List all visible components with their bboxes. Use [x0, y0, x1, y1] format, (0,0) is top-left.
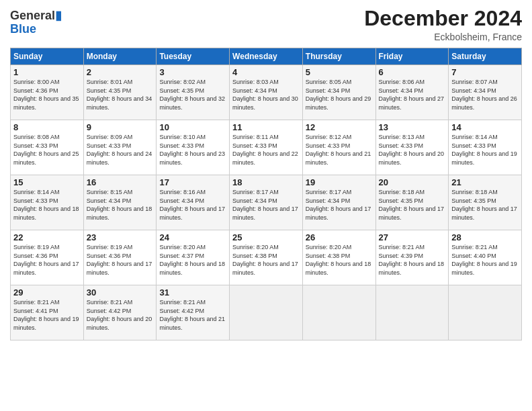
calendar-cell	[449, 285, 522, 340]
day-number: 9	[87, 122, 154, 132]
calendar-cell: 26Sunrise: 8:20 AMSunset: 4:38 PMDayligh…	[302, 230, 375, 285]
calendar-cell: 25Sunrise: 8:20 AMSunset: 4:38 PMDayligh…	[230, 230, 303, 285]
calendar-row: 8Sunrise: 8:08 AMSunset: 4:33 PMDaylight…	[11, 120, 522, 175]
day-detail: Sunrise: 8:01 AMSunset: 4:35 PMDaylight:…	[87, 79, 152, 111]
day-number: 16	[87, 177, 154, 187]
day-number: 22	[13, 232, 81, 242]
calendar-cell	[375, 285, 449, 340]
title-area: December 2024 Eckbolsheim, France	[364, 7, 522, 42]
day-detail: Sunrise: 8:21 AMSunset: 4:42 PMDaylight:…	[87, 299, 152, 331]
logo-blue-text: Blue	[10, 22, 36, 36]
day-detail: Sunrise: 8:21 AMSunset: 4:41 PMDaylight:…	[13, 299, 79, 331]
col-friday: Friday	[375, 48, 449, 65]
day-number: 11	[232, 122, 300, 132]
calendar-cell	[302, 285, 375, 340]
day-number: 1	[13, 67, 81, 77]
calendar-cell: 24Sunrise: 8:20 AMSunset: 4:37 PMDayligh…	[157, 230, 230, 285]
calendar-cell: 19Sunrise: 8:17 AMSunset: 4:34 PMDayligh…	[302, 175, 375, 230]
day-detail: Sunrise: 8:00 AMSunset: 4:36 PMDaylight:…	[13, 79, 79, 111]
day-detail: Sunrise: 8:21 AMSunset: 4:42 PMDaylight:…	[159, 299, 225, 331]
day-number: 7	[451, 67, 519, 77]
day-number: 8	[13, 122, 81, 132]
col-monday: Monday	[83, 48, 157, 65]
day-number: 29	[13, 287, 81, 298]
calendar-cell: 21Sunrise: 8:18 AMSunset: 4:35 PMDayligh…	[449, 175, 522, 230]
col-sunday: Sunday	[11, 48, 84, 65]
day-number: 10	[159, 122, 226, 132]
location: Eckbolsheim, France	[364, 32, 522, 42]
day-detail: Sunrise: 8:19 AMSunset: 4:36 PMDaylight:…	[87, 244, 152, 276]
day-detail: Sunrise: 8:15 AMSunset: 4:34 PMDaylight:…	[87, 189, 152, 221]
day-detail: Sunrise: 8:14 AMSunset: 4:33 PMDaylight:…	[451, 134, 517, 166]
day-detail: Sunrise: 8:08 AMSunset: 4:33 PMDaylight:…	[13, 134, 79, 166]
day-detail: Sunrise: 8:12 AMSunset: 4:33 PMDaylight:…	[306, 134, 371, 166]
calendar-table: Sunday Monday Tuesday Wednesday Thursday…	[10, 48, 522, 340]
calendar-cell: 20Sunrise: 8:18 AMSunset: 4:35 PMDayligh…	[375, 175, 449, 230]
day-number: 24	[159, 232, 226, 242]
calendar-cell: 30Sunrise: 8:21 AMSunset: 4:42 PMDayligh…	[83, 285, 157, 340]
day-number: 2	[87, 67, 154, 77]
day-detail: Sunrise: 8:20 AMSunset: 4:38 PMDaylight:…	[232, 244, 298, 276]
day-detail: Sunrise: 8:10 AMSunset: 4:33 PMDaylight:…	[159, 134, 225, 166]
day-number: 6	[379, 67, 446, 77]
day-number: 21	[451, 177, 519, 187]
day-number: 17	[159, 177, 226, 187]
calendar-cell: 11Sunrise: 8:11 AMSunset: 4:33 PMDayligh…	[230, 120, 303, 175]
calendar-cell: 27Sunrise: 8:21 AMSunset: 4:39 PMDayligh…	[375, 230, 449, 285]
col-saturday: Saturday	[449, 48, 522, 65]
calendar-cell: 3Sunrise: 8:02 AMSunset: 4:35 PMDaylight…	[157, 65, 230, 120]
day-detail: Sunrise: 8:17 AMSunset: 4:34 PMDaylight:…	[232, 189, 298, 221]
day-number: 13	[379, 122, 446, 132]
day-number: 30	[87, 287, 154, 298]
calendar-cell: 28Sunrise: 8:21 AMSunset: 4:40 PMDayligh…	[449, 230, 522, 285]
day-number: 3	[159, 67, 226, 77]
day-detail: Sunrise: 8:21 AMSunset: 4:40 PMDaylight:…	[451, 244, 517, 276]
day-number: 26	[306, 232, 373, 242]
calendar-cell	[230, 285, 303, 340]
calendar-cell: 15Sunrise: 8:14 AMSunset: 4:33 PMDayligh…	[11, 175, 84, 230]
day-detail: Sunrise: 8:16 AMSunset: 4:34 PMDaylight:…	[159, 189, 225, 221]
calendar-cell: 29Sunrise: 8:21 AMSunset: 4:41 PMDayligh…	[11, 285, 84, 340]
day-number: 19	[306, 177, 373, 187]
calendar-row: 29Sunrise: 8:21 AMSunset: 4:41 PMDayligh…	[11, 285, 522, 340]
day-number: 25	[232, 232, 300, 242]
logo: General▮ Blue	[10, 9, 62, 36]
calendar-cell: 9Sunrise: 8:09 AMSunset: 4:33 PMDaylight…	[83, 120, 157, 175]
day-detail: Sunrise: 8:19 AMSunset: 4:36 PMDaylight:…	[13, 244, 79, 276]
day-number: 31	[159, 287, 226, 298]
calendar-cell: 2Sunrise: 8:01 AMSunset: 4:35 PMDaylight…	[83, 65, 157, 120]
calendar-cell: 13Sunrise: 8:13 AMSunset: 4:33 PMDayligh…	[375, 120, 449, 175]
main-container: General▮ Blue December 2024 Eckbolsheim,…	[0, 0, 532, 347]
calendar-cell: 10Sunrise: 8:10 AMSunset: 4:33 PMDayligh…	[157, 120, 230, 175]
day-detail: Sunrise: 8:14 AMSunset: 4:33 PMDaylight:…	[13, 189, 79, 221]
day-detail: Sunrise: 8:20 AMSunset: 4:38 PMDaylight:…	[306, 244, 371, 276]
day-detail: Sunrise: 8:03 AMSunset: 4:34 PMDaylight:…	[232, 79, 298, 111]
day-detail: Sunrise: 8:17 AMSunset: 4:34 PMDaylight:…	[306, 189, 371, 221]
calendar-cell: 4Sunrise: 8:03 AMSunset: 4:34 PMDaylight…	[230, 65, 303, 120]
day-number: 23	[87, 232, 154, 242]
day-number: 4	[232, 67, 300, 77]
day-number: 20	[379, 177, 446, 187]
calendar-body: 1Sunrise: 8:00 AMSunset: 4:36 PMDaylight…	[11, 65, 522, 340]
day-number: 18	[232, 177, 300, 187]
header: General▮ Blue December 2024 Eckbolsheim,…	[10, 7, 522, 42]
day-detail: Sunrise: 8:07 AMSunset: 4:34 PMDaylight:…	[451, 79, 517, 111]
calendar-cell: 31Sunrise: 8:21 AMSunset: 4:42 PMDayligh…	[157, 285, 230, 340]
calendar-cell: 18Sunrise: 8:17 AMSunset: 4:34 PMDayligh…	[230, 175, 303, 230]
calendar-row: 1Sunrise: 8:00 AMSunset: 4:36 PMDaylight…	[11, 65, 522, 120]
month-title: December 2024	[364, 7, 522, 30]
calendar-cell: 17Sunrise: 8:16 AMSunset: 4:34 PMDayligh…	[157, 175, 230, 230]
day-detail: Sunrise: 8:18 AMSunset: 4:35 PMDaylight:…	[451, 189, 517, 221]
day-detail: Sunrise: 8:05 AMSunset: 4:34 PMDaylight:…	[306, 79, 371, 111]
calendar-cell: 7Sunrise: 8:07 AMSunset: 4:34 PMDaylight…	[449, 65, 522, 120]
day-number: 28	[451, 232, 519, 242]
header-row: Sunday Monday Tuesday Wednesday Thursday…	[11, 48, 522, 65]
day-detail: Sunrise: 8:18 AMSunset: 4:35 PMDaylight:…	[379, 189, 445, 221]
calendar-cell: 12Sunrise: 8:12 AMSunset: 4:33 PMDayligh…	[302, 120, 375, 175]
day-detail: Sunrise: 8:06 AMSunset: 4:34 PMDaylight:…	[379, 79, 445, 111]
calendar-cell: 16Sunrise: 8:15 AMSunset: 4:34 PMDayligh…	[83, 175, 157, 230]
col-wednesday: Wednesday	[230, 48, 303, 65]
day-detail: Sunrise: 8:02 AMSunset: 4:35 PMDaylight:…	[159, 79, 225, 111]
day-number: 5	[306, 67, 373, 77]
day-number: 12	[306, 122, 373, 132]
